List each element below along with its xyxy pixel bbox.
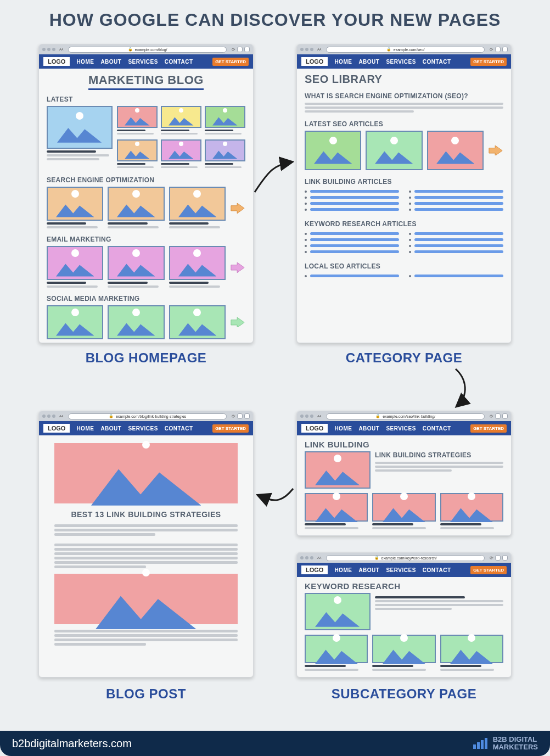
site-nav: LOGO HOME ABOUT SERVICES CONTACT GET STA… [297, 563, 511, 577]
address-bar: 🔒example.com/seo/link-building/ [326, 413, 485, 419]
section-latest-seo: LATEST SEO ARTICLES [305, 120, 503, 128]
thumb-small [161, 139, 201, 161]
subtitle: LINK BUILDING STRATEGIES [375, 451, 503, 459]
post-body-image [54, 574, 238, 624]
caption-blog-post: BLOG POST [38, 686, 254, 702]
thumb-related [305, 493, 368, 522]
caption-category-page: CATEGORY PAGE [296, 350, 512, 366]
thumb-email [47, 246, 103, 280]
browser-chrome: AA 🔒example.com/blog/ ⟳ [39, 44, 253, 54]
brand-bars-icon [473, 738, 487, 749]
logo: LOGO [43, 57, 70, 66]
logo: LOGO [301, 565, 328, 574]
caption-subcategory: SUBCATEGORY PAGE [296, 686, 512, 702]
cta-button: GET STARTED [470, 566, 507, 574]
thumb-social [108, 305, 164, 339]
address-bar: 🔒example.com/blog/ [68, 47, 227, 53]
post-title: BEST 13 LINK BUILDING STRATEGIES [54, 510, 238, 519]
lock-icon: 🔒 [109, 414, 114, 418]
body-text [54, 630, 238, 646]
section-local-seo: LOCAL SEO ARTICLES [305, 262, 503, 270]
diagram-title: HOW GOOGLE CAN DISCOVER YOUR NEW PAGES [0, 0, 550, 35]
thumb-small [205, 106, 245, 128]
section-social: SOCIAL MEDIA MARKETING [47, 295, 245, 303]
thumb-related [440, 493, 503, 522]
thumb-social [47, 305, 103, 339]
cta-button: GET STARTED [470, 424, 507, 433]
nav-about: ABOUT [100, 59, 121, 65]
post-hero-image [54, 443, 238, 503]
thumb-small [161, 106, 201, 128]
thumb-social [169, 305, 226, 339]
thumb-article [366, 131, 422, 170]
card-category-page: AA 🔒example.com/seo/ ⟳ LOGO HOME ABOUT S… [296, 44, 512, 343]
thumb-hero [305, 593, 371, 630]
site-nav: LOGO HOME ABOUT SERVICES CONTACT GET STA… [39, 54, 253, 69]
card-blog-post: AA 🔒example.com/blog/link-building-strat… [38, 411, 254, 677]
browser-chrome: AA 🔒example.com/blog/link-building-strat… [39, 411, 253, 421]
browser-chrome: AA 🔒example.com/keyword-research/ ⟳ [297, 553, 511, 563]
nav-home: HOME [76, 59, 94, 65]
arrow-icon [230, 203, 245, 214]
thumb-article [305, 131, 361, 170]
section-email: EMAIL MARKETING [47, 236, 245, 243]
thumb-related [372, 635, 435, 663]
thumb-seo [47, 187, 103, 221]
address-bar: 🔒example.com/blog/link-building-strategi… [68, 413, 227, 419]
address-bar: 🔒example.com/seo/ [326, 47, 485, 53]
thumb-seo [108, 187, 164, 221]
logo: LOGO [301, 424, 328, 433]
site-nav: LOGO HOME ABOUT SERVICES CONTACT GET STA… [297, 54, 511, 69]
site-nav: LOGO HOME ABOUT SERVICES CONTACT GET STA… [39, 421, 253, 435]
thumb-hero [305, 451, 371, 489]
nav-services: SERVICES [128, 59, 158, 65]
thumb-related [440, 635, 503, 663]
thumb-small [117, 139, 158, 161]
nav-contact: CONTACT [165, 59, 193, 65]
footer-brand: B2B DIGITAL MARKETERS [473, 736, 538, 751]
page-title: KEYWORD RESEARCH [305, 581, 503, 591]
diagram-canvas: HOW GOOGLE CAN DISCOVER YOUR NEW PAGES A… [0, 0, 550, 756]
thumb-seo [169, 187, 226, 221]
arrow-icon [488, 145, 503, 156]
address-bar: 🔒example.com/keyword-research/ [326, 555, 485, 561]
thumb-small [205, 139, 245, 161]
card-blog-homepage: AA 🔒example.com/blog/ ⟳ LOGO HOME ABOUT … [38, 44, 254, 343]
cta-button: GET STARTED [212, 58, 249, 66]
section-link-building: LINK BUILDING ARTICLES [305, 178, 503, 186]
browser-chrome: AA 🔒example.com/seo/ ⟳ [297, 44, 511, 54]
lock-icon: 🔒 [375, 414, 380, 418]
lock-icon: 🔒 [386, 47, 391, 52]
thumb-featured [47, 106, 113, 149]
card-subcategory-link-building: AA 🔒example.com/seo/link-building/ ⟳ LOG… [296, 411, 512, 536]
thumb-email [108, 246, 164, 280]
thumb-article [427, 131, 484, 170]
footer-domain: b2bdigitalmarketers.com [12, 737, 132, 750]
thumb-related [372, 493, 435, 522]
footer-bar: b2bdigitalmarketers.com B2B DIGITAL MARK… [0, 731, 550, 756]
browser-chrome: AA 🔒example.com/seo/link-building/ ⟳ [297, 411, 511, 421]
body-text [54, 524, 238, 568]
page-title: LINK BUILDING [305, 440, 503, 449]
logo: LOGO [43, 424, 70, 433]
bullet-list [305, 231, 503, 255]
section-seo: SEARCH ENGINE OPTIMIZATION [47, 176, 245, 184]
page-title: MARKETING BLOG [88, 73, 204, 90]
site-nav: LOGO HOME ABOUT SERVICES CONTACT GET STA… [297, 421, 511, 435]
bullet-list [305, 188, 503, 212]
bullet-list [305, 273, 503, 279]
section-what-is-seo: WHAT IS SEARCH ENGINE OPTIMIZATION (SEO)… [305, 92, 503, 100]
thumb-small [117, 106, 158, 128]
caption-blog-homepage: BLOG HOMEPAGE [38, 350, 254, 366]
cta-button: GET STARTED [470, 58, 507, 66]
logo: LOGO [301, 57, 328, 66]
thumb-email [169, 246, 226, 280]
thumb-related [305, 635, 368, 663]
card-subcategory-keyword-research: AA 🔒example.com/keyword-research/ ⟳ LOGO… [296, 552, 512, 677]
page-title: SEO LIBRARY [305, 73, 503, 86]
cta-button: GET STARTED [212, 424, 249, 433]
lock-icon: 🔒 [374, 556, 379, 560]
arrow-icon [230, 262, 245, 273]
section-latest: LATEST [47, 96, 245, 103]
arrow-icon [230, 317, 245, 328]
